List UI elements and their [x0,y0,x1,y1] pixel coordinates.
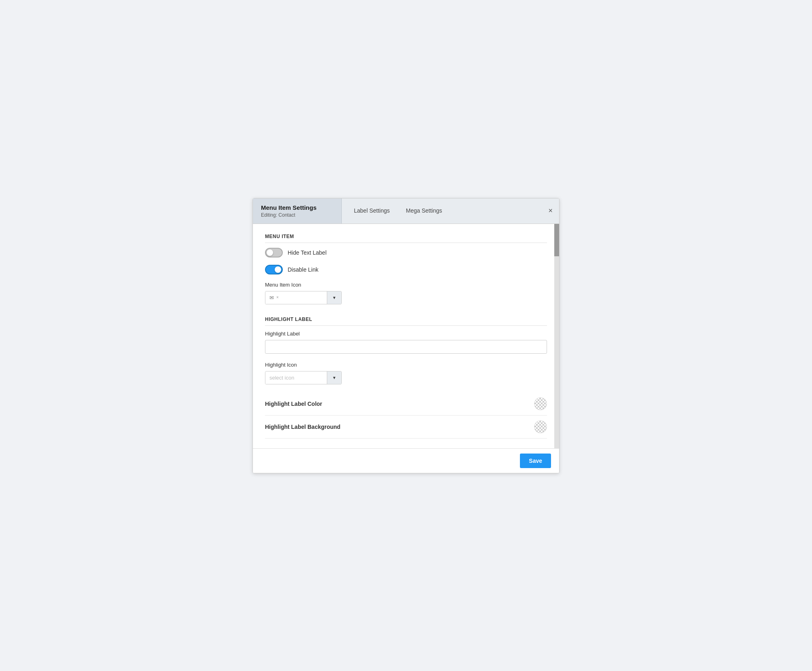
remove-icon-button[interactable]: × [276,295,279,300]
modal-body: MENU ITEM Hide Text Label Disable Link M… [253,224,559,448]
highlight-label-color-row: Highlight Label Color [265,392,547,416]
highlight-label-section-title: HIGHLIGHT LABEL [265,317,547,326]
modal-footer: Save [253,448,559,473]
toggle-knob-2 [275,266,281,273]
hide-text-label-label: Hide Text Label [288,249,326,256]
scrollbar-thumb[interactable] [554,224,559,256]
highlight-label-section: HIGHLIGHT LABEL Highlight Label Highligh… [265,317,547,439]
menu-item-icon-field: Menu Item Icon ✉ × ▼ [265,282,547,304]
highlight-label-background-row: Highlight Label Background [265,416,547,439]
chevron-down-icon: ▼ [332,295,337,300]
disable-link-toggle[interactable] [265,265,283,274]
chevron-down-icon-2: ▼ [332,376,337,380]
icon-picker-dropdown-btn[interactable]: ▼ [327,291,341,304]
highlight-icon-field: Highlight Icon select icon ▼ [265,362,547,384]
menu-item-section: MENU ITEM Hide Text Label Disable Link M… [265,234,547,304]
menu-item-settings-modal: Menu Item Settings Editing: Contact Labe… [252,198,560,473]
tab-label-settings[interactable]: Label Settings [346,201,398,221]
highlight-icon-placeholder: select icon [269,375,294,381]
save-button[interactable]: Save [520,454,551,468]
toggle-knob [267,249,273,256]
modal-editing-label: Editing: Contact [261,212,333,218]
highlight-icon-dropdown-btn[interactable]: ▼ [327,371,341,384]
highlight-label-label: Highlight Label [265,331,547,337]
scrollbar-track[interactable] [554,224,559,448]
highlight-label-background-swatch[interactable] [534,420,547,433]
highlight-label-background-label: Highlight Label Background [265,424,341,430]
highlight-icon-value: select icon [265,371,327,384]
highlight-icon-picker[interactable]: select icon ▼ [265,371,342,384]
menu-item-icon-picker[interactable]: ✉ × ▼ [265,291,342,304]
highlight-label-color-label: Highlight Label Color [265,401,322,407]
disable-link-label: Disable Link [288,266,318,273]
modal-title: Menu Item Settings [261,204,333,211]
highlight-label-color-swatch[interactable] [534,397,547,410]
highlight-icon-label: Highlight Icon [265,362,547,368]
menu-item-icon-label: Menu Item Icon [265,282,547,288]
highlight-label-input[interactable] [265,340,547,354]
mail-icon: ✉ [269,295,274,301]
menu-item-section-title: MENU ITEM [265,234,547,243]
hide-text-label-toggle[interactable] [265,248,283,257]
modal-tabs: Label Settings Mega Settings [342,198,542,224]
close-button[interactable]: × [542,198,559,224]
tab-mega-settings[interactable]: Mega Settings [398,201,450,221]
modal-title-section: Menu Item Settings Editing: Contact [253,198,342,224]
hide-text-label-row: Hide Text Label [265,248,547,257]
highlight-label-field: Highlight Label [265,331,547,354]
icon-picker-value: ✉ × [265,291,327,304]
disable-link-row: Disable Link [265,265,547,274]
modal-header: Menu Item Settings Editing: Contact Labe… [253,198,559,224]
